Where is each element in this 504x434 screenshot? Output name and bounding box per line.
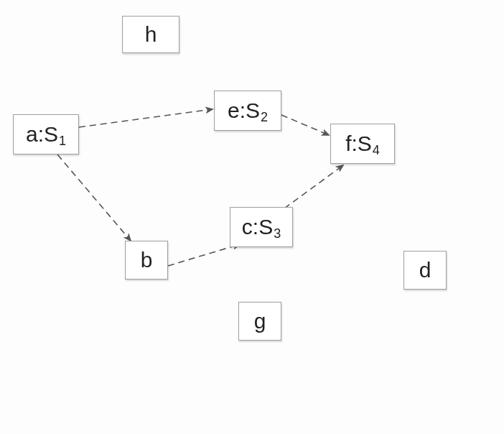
node-text: g xyxy=(254,309,266,333)
node-text: a:S xyxy=(26,122,58,146)
node-c: c:S3 xyxy=(230,207,293,247)
node-text: h xyxy=(145,22,157,47)
node-h: h xyxy=(122,16,179,53)
node-label: e:S2 xyxy=(228,98,268,123)
node-e: e:S2 xyxy=(214,91,281,131)
node-sub: 4 xyxy=(373,143,380,157)
node-text: b xyxy=(141,248,153,272)
node-a: a:S1 xyxy=(13,114,79,154)
node-d: d xyxy=(403,251,447,290)
node-b: b xyxy=(125,241,168,280)
node-label: a:S1 xyxy=(26,122,66,147)
node-g: g xyxy=(238,302,281,341)
node-label: c:S3 xyxy=(242,215,281,239)
node-text: d xyxy=(419,258,431,282)
node-label: f:S4 xyxy=(345,131,380,156)
node-text: f:S xyxy=(345,131,372,155)
node-f: f:S4 xyxy=(330,124,395,164)
node-sub: 3 xyxy=(274,226,281,241)
node-text: e:S xyxy=(228,98,260,122)
node-sub: 2 xyxy=(261,110,268,124)
diagram-canvas: a:S1 h e:S2 f:S4 b c:S3 d g xyxy=(0,0,504,434)
node-sub: 1 xyxy=(59,134,66,148)
node-text: c:S xyxy=(242,215,273,239)
